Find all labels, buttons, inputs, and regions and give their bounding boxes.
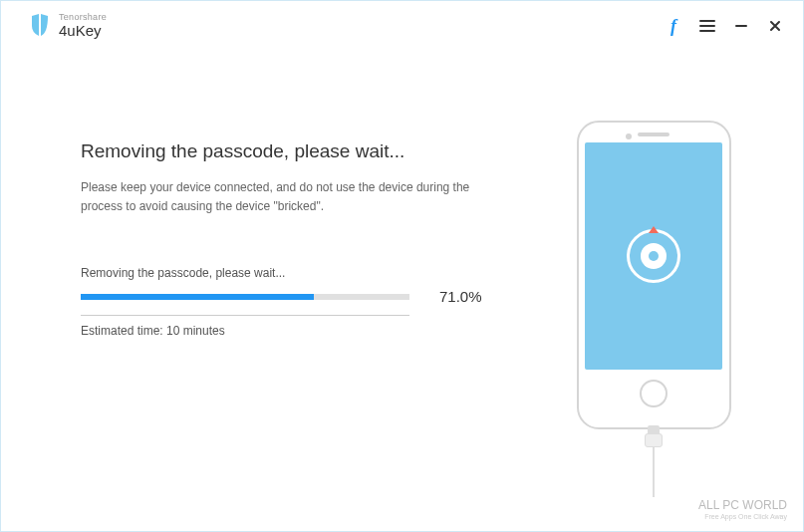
progress-percent: 71.0% (439, 288, 482, 305)
phone-camera-icon (626, 133, 632, 139)
brand-logo-icon (29, 14, 51, 38)
watermark-main: ALL PC WORLD (698, 498, 787, 512)
content: Removing the passcode, please wait... Pl… (1, 51, 803, 531)
cable-icon (645, 425, 663, 497)
brand: Tenorshare 4uKey (29, 13, 107, 39)
close-icon[interactable] (767, 18, 783, 34)
gear-icon (641, 243, 667, 269)
phone-icon (577, 121, 731, 429)
app-window: Tenorshare 4uKey f Removing the passcode… (0, 0, 804, 532)
device-illustration (554, 111, 753, 531)
menu-icon[interactable] (699, 18, 715, 34)
estimated-time: Estimated time: 10 minutes (81, 324, 514, 338)
progress-fill (81, 294, 314, 300)
progress-bar (81, 294, 409, 300)
facebook-icon[interactable]: f (666, 18, 681, 34)
progress-label: Removing the passcode, please wait... (81, 266, 514, 280)
watermark-sub: Free Apps One Click Away (698, 513, 787, 521)
progress-row: 71.0% (81, 288, 514, 305)
page-description: Please keep your device connected, and d… (81, 178, 499, 216)
titlebar: Tenorshare 4uKey f (1, 1, 803, 51)
window-controls: f (666, 18, 783, 34)
gear-circle-icon (627, 229, 680, 283)
phone-speaker-icon (638, 133, 670, 136)
phone-screen (585, 142, 722, 370)
status-panel: Removing the passcode, please wait... Pl… (81, 111, 514, 531)
brand-text: Tenorshare 4uKey (59, 13, 107, 39)
minimize-icon[interactable] (733, 18, 749, 34)
phone-home-button-icon (640, 380, 668, 407)
watermark: ALL PC WORLD Free Apps One Click Away (698, 498, 787, 521)
page-heading: Removing the passcode, please wait... (81, 140, 514, 162)
progress-divider (81, 315, 409, 316)
brand-product: 4uKey (59, 23, 107, 40)
